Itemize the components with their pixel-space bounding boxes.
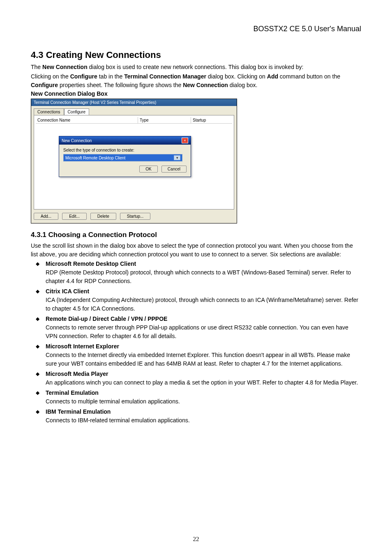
dialog-label: Select the type of connection to create: <box>63 148 187 152</box>
protocol-desc: RDP (Remote Desktop Protocol) protocol, … <box>46 268 361 286</box>
protocol-list: Microsoft Remote Desktop Client RDP (Rem… <box>31 260 361 425</box>
protocol-desc: Connects to multiple terminal emulation … <box>46 397 361 406</box>
button-bar: Add... Edit... Delete Startup... <box>31 210 237 223</box>
list-item: Microsoft Internet Explorer Connects to … <box>31 342 361 368</box>
term-new-connection: New Connection <box>42 64 88 70</box>
text: The <box>31 64 42 70</box>
list-item: IBM Terminal Emulation Connects to IBM-r… <box>31 408 361 425</box>
dialog-body: Select the type of connection to create:… <box>59 145 191 177</box>
subsection-intro: Use the scroll list shown in the dialog … <box>31 242 361 259</box>
new-connection-dialog: New Connection × Select the type of conn… <box>59 136 191 177</box>
protocol-title: Citrix ICA Client <box>46 288 89 295</box>
protocol-desc: Connects to the Internet directly via em… <box>46 351 361 368</box>
protocol-desc: ICA (Independent Computing Architecture)… <box>46 296 361 313</box>
cancel-button[interactable]: Cancel <box>161 166 187 173</box>
list-item: Microsoft Remote Desktop Client RDP (Rem… <box>31 260 361 286</box>
protocol-title: IBM Terminal Emulation <box>46 408 111 415</box>
text: command button on the <box>278 73 340 80</box>
list-item: Terminal Emulation Connects to multiple … <box>31 389 361 406</box>
tab-connections[interactable]: Connections <box>34 108 64 115</box>
protocol-desc: An applications winch you can connect to… <box>46 378 361 387</box>
protocol-title: Microsoft Remote Desktop Client <box>46 260 136 267</box>
close-icon[interactable]: × <box>182 138 188 143</box>
edit-button[interactable]: Edit... <box>62 213 87 220</box>
protocol-title: Terminal Emulation <box>46 389 99 396</box>
col-connection-name: Connection Name <box>36 117 138 123</box>
subsection-heading: 4.3.1 Choosing a Connection Protocol <box>31 231 361 239</box>
window-titlebar: Terminal Connection Manager (Host V2 Ser… <box>31 99 237 106</box>
tab-row: ConnectionsConfigure <box>31 106 237 115</box>
protocol-desc: Connects to remote server through PPP Di… <box>46 323 361 341</box>
page-header: BOSSTX2 CE 5.0 User's Manual <box>31 25 361 33</box>
dialog-title-text: New Connection <box>62 138 92 143</box>
term-tcm: Terminal Connection Manager <box>124 73 206 80</box>
protocol-title: Microsoft Internet Explorer <box>46 343 119 350</box>
chevron-down-icon[interactable]: ▾ <box>174 155 180 160</box>
term-configure: Configure <box>70 73 97 80</box>
ok-button[interactable]: OK <box>139 166 157 173</box>
term-configure-2: Configure <box>31 82 58 88</box>
text: dialog box. <box>228 82 258 88</box>
select-value: Microsoft Remote Desktop Client <box>65 156 125 160</box>
list-item: Citrix ICA Client ICA (Independent Compu… <box>31 287 361 313</box>
figure-caption: New Connection Dialog Box <box>31 90 361 97</box>
add-button[interactable]: Add... <box>34 213 58 220</box>
col-startup: Startup <box>191 117 232 123</box>
text: dialog box. Clicking on <box>206 73 267 80</box>
tab-configure[interactable]: Configure <box>64 108 89 115</box>
text: Clicking on the <box>31 73 70 80</box>
section-heading: 4.3 Creating New Connections <box>31 50 361 60</box>
text: dialog box is used to create new network… <box>88 64 304 70</box>
figure-screenshot: Terminal Connection Manager (Host V2 Ser… <box>31 99 237 223</box>
page-number: 22 <box>0 536 392 543</box>
list-item: Microsoft Media Player An applications w… <box>31 370 361 387</box>
protocol-title: Microsoft Media Player <box>46 371 108 377</box>
text: properties sheet. The following figure s… <box>58 82 183 88</box>
term-add: Add <box>267 73 278 80</box>
protocol-title: Remote Dial-up / Direct Cable / VPN / PP… <box>46 315 167 322</box>
list-item: Remote Dial-up / Direct Cable / VPN / PP… <box>31 315 361 341</box>
dialog-titlebar: New Connection × <box>59 136 191 145</box>
startup-button[interactable]: Startup... <box>120 213 151 220</box>
protocol-desc: Connects to IBM-related terminal emulati… <box>46 416 361 425</box>
delete-button[interactable]: Delete <box>90 213 116 220</box>
text: tab in the <box>97 73 124 80</box>
section-intro-2: Clicking on the Configure tab in the Ter… <box>31 72 361 90</box>
column-headers: Connection Name Type Startup <box>36 117 232 124</box>
col-type: Type <box>138 117 191 123</box>
configure-panel: Connection Name Type Startup New Connect… <box>34 115 234 210</box>
section-intro-1: The New Connection dialog box is used to… <box>31 63 361 71</box>
term-new-connection-2: New Connection <box>183 82 228 88</box>
connection-type-select[interactable]: Microsoft Remote Desktop Client ▾ <box>63 154 182 161</box>
